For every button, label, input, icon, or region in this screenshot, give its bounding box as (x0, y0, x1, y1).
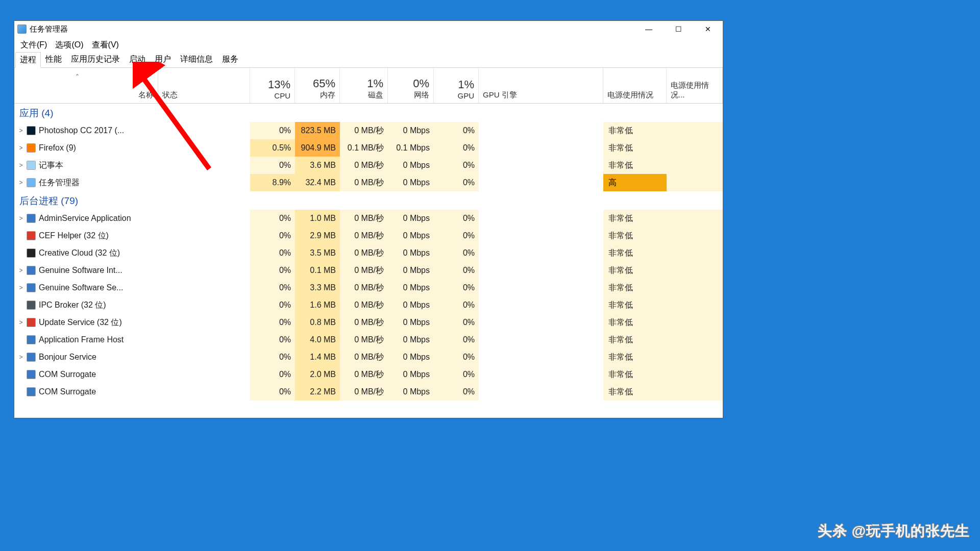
table-row[interactable]: >Genuine Software Int...0%0.1 MB0 MB/秒0 … (14, 262, 723, 279)
process-name-cell[interactable]: >Genuine Software Int... (14, 262, 158, 279)
columns-header: 名称 ˄ 状态 13% CPU 65% 内存 1% 磁盘 0% 网络 1% GP… (14, 68, 723, 104)
table-row[interactable]: Creative Cloud (32 位)0%3.5 MB0 MB/秒0 Mbp… (14, 244, 723, 262)
status-cell (158, 157, 250, 174)
table-row[interactable]: >记事本0%3.6 MB0 MB/秒0 Mbps0%非常低 (14, 157, 723, 174)
cpu-cell: 0% (250, 366, 295, 383)
adobe-icon (27, 231, 36, 240)
menu-file[interactable]: 文件(F) (16, 39, 51, 52)
table-row[interactable]: >AdminService Application0%1.0 MB0 MB/秒0… (14, 210, 723, 227)
table-row[interactable]: >Update Service (32 位)0%0.8 MB0 MB/秒0 Mb… (14, 314, 723, 331)
col-disk[interactable]: 1% 磁盘 (340, 68, 388, 103)
process-name-cell[interactable]: Creative Cloud (32 位) (14, 244, 158, 262)
memory-cell: 1.0 MB (295, 210, 340, 227)
gpu-cell: 0% (434, 157, 479, 174)
close-button[interactable]: ✕ (693, 21, 723, 37)
table-row[interactable]: >Photoshop CC 2017 (...0%823.5 MB0 MB/秒0… (14, 122, 723, 139)
window-title: 任务管理器 (30, 24, 68, 34)
process-name-cell[interactable]: >Bonjour Service (14, 348, 158, 366)
table-row[interactable]: Application Frame Host0%4.0 MB0 MB/秒0 Mb… (14, 331, 723, 348)
process-name-cell[interactable]: >Firefox (9) (14, 139, 158, 157)
expand-chevron-icon[interactable]: > (18, 354, 23, 361)
disk-cell: 0 MB/秒 (340, 314, 388, 331)
network-cell: 0 Mbps (388, 262, 434, 279)
status-cell (158, 122, 250, 139)
expand-chevron-icon[interactable]: > (18, 284, 23, 291)
tab-details[interactable]: 详细信息 (176, 52, 217, 67)
disk-cell: 0 MB/秒 (340, 174, 388, 191)
generic-icon (27, 387, 36, 396)
process-name-cell[interactable]: IPC Broker (32 位) (14, 296, 158, 314)
expand-chevron-icon[interactable]: > (18, 144, 23, 152)
menu-view[interactable]: 查看(V) (88, 39, 123, 52)
process-name-cell[interactable]: >AdminService Application (14, 210, 158, 227)
col-power-trend[interactable]: 电源使用情况... (667, 68, 723, 103)
watermark: 头杀 @玩手机的张先生 (818, 521, 970, 541)
col-power[interactable]: 电源使用情况 (603, 68, 667, 103)
process-name-cell[interactable]: >Update Service (32 位) (14, 314, 158, 331)
col-network[interactable]: 0% 网络 (388, 68, 434, 103)
col-memory[interactable]: 65% 内存 (295, 68, 340, 103)
tab-startup[interactable]: 启动 (125, 52, 150, 67)
expand-chevron-icon[interactable]: > (18, 319, 23, 326)
tab-users[interactable]: 用户 (150, 52, 176, 67)
process-name-cell[interactable]: >Genuine Software Se... (14, 279, 158, 296)
process-name-cell[interactable]: >记事本 (14, 157, 158, 174)
gpu-cell: 0% (434, 227, 479, 244)
gpu-engine-cell (479, 227, 603, 244)
network-cell: 0 Mbps (388, 227, 434, 244)
col-power-trend-label: 电源使用情况... (671, 81, 718, 100)
tab-app-history[interactable]: 应用历史记录 (66, 52, 125, 67)
tab-services[interactable]: 服务 (217, 52, 243, 67)
expand-chevron-icon[interactable]: > (18, 179, 23, 186)
process-name-cell[interactable]: COM Surrogate (14, 366, 158, 383)
col-name[interactable]: 名称 ˄ (14, 68, 158, 103)
col-gpu-engine[interactable]: GPU 引擎 (479, 68, 603, 103)
process-name-cell[interactable]: >Photoshop CC 2017 (... (14, 122, 158, 139)
disk-cell: 0 MB/秒 (340, 262, 388, 279)
cpu-cell: 0% (250, 210, 295, 227)
generic-icon (27, 370, 36, 379)
expand-chevron-icon[interactable]: > (18, 215, 23, 222)
process-name-cell[interactable]: >任务管理器 (14, 174, 158, 191)
power-trend-cell (667, 210, 723, 227)
col-status-label: 状态 (162, 90, 246, 100)
process-name: IPC Broker (32 位) (39, 300, 106, 311)
col-name-label: 名称 (138, 90, 154, 100)
group-header-apps[interactable]: 应用 (4) (14, 104, 723, 122)
network-cell: 0 Mbps (388, 296, 434, 314)
process-name-cell[interactable]: COM Surrogate (14, 383, 158, 400)
table-row[interactable]: >Bonjour Service0%1.4 MB0 MB/秒0 Mbps0%非常… (14, 348, 723, 366)
table-row[interactable]: >Genuine Software Se...0%3.3 MB0 MB/秒0 M… (14, 279, 723, 296)
process-name: Update Service (32 位) (39, 317, 122, 328)
process-name-cell[interactable]: Application Frame Host (14, 331, 158, 348)
group-header-background[interactable]: 后台进程 (79) (14, 191, 723, 210)
expand-chevron-icon[interactable]: > (18, 267, 23, 274)
maximize-button[interactable]: ☐ (664, 21, 693, 37)
table-row[interactable]: COM Surrogate0%2.2 MB0 MB/秒0 Mbps0%非常低 (14, 383, 723, 400)
process-table-body[interactable]: 应用 (4)>Photoshop CC 2017 (...0%823.5 MB0… (14, 104, 723, 418)
titlebar[interactable]: 任务管理器 — ☐ ✕ (14, 21, 723, 37)
col-gpu-engine-label: GPU 引擎 (483, 90, 599, 100)
col-cpu[interactable]: 13% CPU (250, 68, 295, 103)
menu-options[interactable]: 选项(O) (51, 39, 87, 52)
generic-icon (27, 353, 36, 362)
expand-chevron-icon[interactable]: > (18, 162, 23, 169)
table-row[interactable]: >任务管理器8.9%32.4 MB0 MB/秒0 Mbps0%高 (14, 174, 723, 191)
expand-chevron-icon[interactable]: > (18, 127, 23, 134)
gpu-cell: 0% (434, 262, 479, 279)
process-name-cell[interactable]: CEF Helper (32 位) (14, 227, 158, 244)
table-row[interactable]: IPC Broker (32 位)0%1.6 MB0 MB/秒0 Mbps0%非… (14, 296, 723, 314)
table-row[interactable]: >Firefox (9)0.5%904.9 MB0.1 MB/秒0.1 Mbps… (14, 139, 723, 157)
minimize-button[interactable]: — (634, 21, 664, 37)
tab-processes[interactable]: 进程 (15, 52, 41, 68)
tab-performance[interactable]: 性能 (41, 52, 66, 67)
col-gpu[interactable]: 1% GPU (434, 68, 479, 103)
network-cell: 0 Mbps (388, 331, 434, 348)
power-trend-cell (667, 296, 723, 314)
table-row[interactable]: CEF Helper (32 位)0%2.9 MB0 MB/秒0 Mbps0%非… (14, 227, 723, 244)
power-trend-cell (667, 331, 723, 348)
disk-cell: 0 MB/秒 (340, 366, 388, 383)
table-row[interactable]: COM Surrogate0%2.0 MB0 MB/秒0 Mbps0%非常低 (14, 366, 723, 383)
col-status[interactable]: 状态 (158, 68, 250, 103)
status-cell (158, 331, 250, 348)
